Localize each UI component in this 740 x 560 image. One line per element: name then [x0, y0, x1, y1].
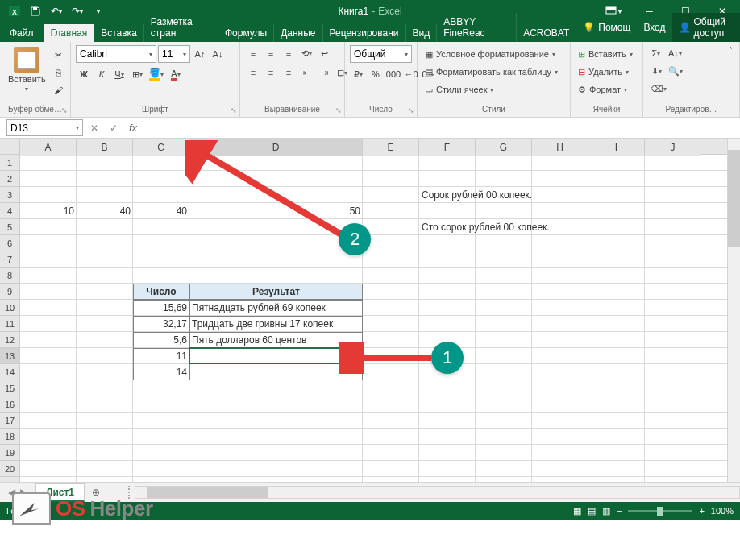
row-header-18[interactable]: 18: [0, 429, 20, 445]
align-top-icon[interactable]: ≡: [245, 45, 261, 61]
col-header-H[interactable]: H: [532, 139, 588, 156]
font-color-icon[interactable]: A▾: [168, 66, 184, 82]
cell-D4[interactable]: 50: [189, 203, 363, 219]
fx-icon[interactable]: fx: [123, 119, 143, 136]
select-all-icon[interactable]: [0, 139, 20, 155]
col-header-G[interactable]: G: [476, 139, 532, 156]
row-header-16[interactable]: 16: [0, 396, 20, 413]
tab-review[interactable]: Рецензировани: [323, 24, 406, 42]
row-header-4[interactable]: 4: [0, 203, 20, 219]
format-cells-button[interactable]: ⚙Формат▾: [576, 81, 638, 98]
tab-home[interactable]: Главная: [44, 24, 95, 42]
zoom-slider[interactable]: [628, 510, 692, 512]
cell-F3[interactable]: Сорок рублей 00 копеек.: [419, 187, 621, 203]
undo-icon[interactable]: ↶▾: [47, 2, 66, 21]
cell-F5[interactable]: Сто сорок рублей 00 копеек.: [419, 219, 621, 235]
tab-data[interactable]: Данные: [274, 24, 322, 42]
row-header-12[interactable]: 12: [0, 332, 20, 348]
row-header-3[interactable]: 3: [0, 187, 20, 203]
align-middle-icon[interactable]: ≡: [263, 45, 279, 61]
qat-customize-icon[interactable]: ▾: [89, 2, 108, 21]
name-box[interactable]: D13▾: [6, 119, 83, 136]
col-header-F[interactable]: F: [419, 139, 476, 156]
borders-icon[interactable]: ⊞▾: [129, 66, 145, 82]
row-header-15[interactable]: 15: [0, 380, 20, 396]
cut-icon[interactable]: ✂: [51, 47, 67, 63]
tab-pagelayout[interactable]: Разметка стран: [144, 13, 218, 42]
wrap-text-icon[interactable]: ↩: [316, 45, 332, 61]
row-header-20[interactable]: 20: [0, 461, 20, 477]
horizontal-scrollbar[interactable]: [135, 486, 740, 499]
font-name-combo[interactable]: Calibri▾: [76, 45, 156, 63]
zoom-in-icon[interactable]: +: [699, 506, 704, 516]
paste-button[interactable]: Вставить▾: [5, 45, 49, 94]
collapse-ribbon-icon[interactable]: ˄: [722, 42, 738, 58]
format-table-button[interactable]: ▤Форматировать как таблицу▾: [422, 63, 565, 81]
view-normal-icon[interactable]: ▦: [573, 506, 581, 516]
underline-button[interactable]: Ч▾: [111, 66, 127, 82]
view-pagebreak-icon[interactable]: ▥: [602, 506, 610, 516]
row-header-1[interactable]: 1: [0, 155, 20, 171]
enter-icon[interactable]: ✓: [104, 119, 123, 136]
row-header-13[interactable]: 13: [0, 348, 20, 364]
col-header-I[interactable]: I: [588, 139, 645, 156]
align-bottom-icon[interactable]: ≡: [281, 45, 297, 61]
dialog-launcher-icon[interactable]: ⤡: [231, 106, 237, 114]
clear-icon[interactable]: ⌫▾: [648, 81, 669, 97]
delete-cells-button[interactable]: ⊟Удалить▾: [576, 63, 638, 81]
row-header-19[interactable]: 19: [0, 445, 20, 461]
tab-insert[interactable]: Вставка: [94, 24, 144, 42]
cells-container[interactable]: 10404050Сорок рублей 00 копеек.Сто сорок…: [20, 155, 727, 482]
orientation-icon[interactable]: ⟲▾: [298, 45, 314, 61]
col-header-C[interactable]: C: [133, 139, 189, 156]
share-button[interactable]: 👤Общий доступ: [672, 13, 740, 42]
cell-A4[interactable]: 10: [20, 203, 77, 219]
align-left-icon[interactable]: ≡: [245, 64, 261, 81]
number-format-combo[interactable]: Общий▾: [350, 45, 412, 63]
tab-view[interactable]: Вид: [406, 24, 438, 42]
formula-input[interactable]: [143, 119, 740, 136]
cell-B4[interactable]: 40: [77, 203, 133, 219]
sort-filter-icon[interactable]: A↓▾: [666, 45, 684, 61]
zoom-level[interactable]: 100%: [711, 506, 734, 516]
autosum-icon[interactable]: Σ▾: [648, 45, 664, 61]
tell-me[interactable]: 💡Помощ: [576, 19, 637, 36]
col-header-B[interactable]: B: [77, 139, 133, 156]
comma-icon[interactable]: 000: [385, 66, 401, 82]
row-header-8[interactable]: 8: [0, 268, 20, 284]
row-header-7[interactable]: 7: [0, 251, 20, 268]
currency-icon[interactable]: ₽▾: [350, 66, 366, 82]
cell-styles-button[interactable]: ▭Стили ячеек▾: [422, 81, 565, 98]
row-header-10[interactable]: 10: [0, 300, 20, 316]
fill-icon[interactable]: ⬇▾: [648, 63, 664, 79]
col-header-A[interactable]: A: [20, 139, 77, 156]
cond-format-button[interactable]: ▦Условное форматирование▾: [422, 45, 565, 63]
tab-abbyy[interactable]: ABBYY FineReac: [437, 13, 517, 42]
row-header-17[interactable]: 17: [0, 413, 20, 429]
find-icon[interactable]: 🔍▾: [666, 63, 685, 79]
vertical-scrollbar[interactable]: [727, 139, 740, 482]
row-header-5[interactable]: 5: [0, 219, 20, 235]
tab-file[interactable]: Файл: [0, 24, 44, 42]
row-header-6[interactable]: 6: [0, 235, 20, 251]
col-header-J[interactable]: J: [645, 139, 701, 156]
cell-C4[interactable]: 40: [133, 203, 189, 219]
italic-button[interactable]: К: [94, 66, 110, 82]
row-header-2[interactable]: 2: [0, 171, 20, 187]
fill-color-icon[interactable]: 🪣▾: [147, 66, 166, 82]
indent-dec-icon[interactable]: ⇤: [298, 64, 314, 81]
cancel-icon[interactable]: ✕: [85, 119, 104, 136]
indent-inc-icon[interactable]: ⇥: [316, 64, 332, 81]
row-header-14[interactable]: 14: [0, 364, 20, 380]
tab-formulas[interactable]: Формулы: [218, 24, 274, 42]
bold-button[interactable]: Ж: [76, 66, 92, 82]
font-size-combo[interactable]: 11▾: [158, 45, 190, 63]
dialog-launcher-icon[interactable]: ⤡: [335, 106, 342, 114]
shrink-font-icon[interactable]: A↓: [210, 46, 226, 62]
tab-acrobat[interactable]: ACROBAT: [517, 24, 576, 42]
align-center-icon[interactable]: ≡: [263, 64, 279, 81]
zoom-out-icon[interactable]: −: [617, 506, 622, 516]
insert-cells-button[interactable]: ⊞Вставить▾: [576, 45, 638, 63]
format-painter-icon[interactable]: 🖌: [51, 82, 67, 98]
align-right-icon[interactable]: ≡: [281, 64, 297, 81]
